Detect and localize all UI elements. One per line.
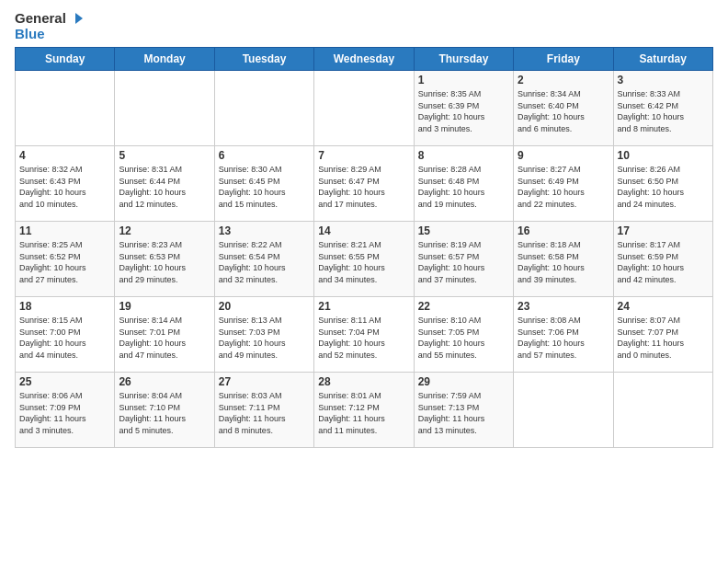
- day-info: Sunrise: 8:26 AM Sunset: 6:50 PM Dayligh…: [618, 164, 709, 210]
- day-cell: 14Sunrise: 8:21 AM Sunset: 6:55 PM Dayli…: [314, 222, 414, 297]
- day-info: Sunrise: 8:08 AM Sunset: 7:06 PM Dayligh…: [518, 315, 609, 361]
- day-cell: 26Sunrise: 8:04 AM Sunset: 7:10 PM Dayli…: [115, 373, 214, 448]
- day-info: Sunrise: 8:25 AM Sunset: 6:52 PM Dayligh…: [19, 239, 110, 285]
- day-info: Sunrise: 8:35 AM Sunset: 6:39 PM Dayligh…: [418, 88, 509, 134]
- day-number: 10: [618, 149, 709, 162]
- day-info: Sunrise: 8:01 AM Sunset: 7:12 PM Dayligh…: [318, 390, 409, 436]
- calendar-table: SundayMondayTuesdayWednesdayThursdayFrid…: [15, 47, 713, 448]
- weekday-header-friday: Friday: [514, 48, 613, 71]
- day-info: Sunrise: 8:15 AM Sunset: 7:00 PM Dayligh…: [19, 315, 110, 361]
- logo: General Blue: [15, 11, 83, 41]
- day-cell: 17Sunrise: 8:17 AM Sunset: 6:59 PM Dayli…: [613, 222, 712, 297]
- day-info: Sunrise: 8:07 AM Sunset: 7:07 PM Dayligh…: [618, 315, 709, 361]
- week-row-2: 4Sunrise: 8:32 AM Sunset: 6:43 PM Daylig…: [16, 146, 713, 222]
- day-cell: 29Sunrise: 7:59 AM Sunset: 7:13 PM Dayli…: [414, 373, 513, 448]
- day-cell: [16, 71, 115, 146]
- weekday-header-tuesday: Tuesday: [214, 48, 313, 71]
- page: General Blue SundayMondayTuesdayWednesda…: [0, 0, 728, 455]
- day-info: Sunrise: 8:19 AM Sunset: 6:57 PM Dayligh…: [418, 239, 509, 285]
- day-number: 8: [418, 149, 509, 162]
- day-info: Sunrise: 8:32 AM Sunset: 6:43 PM Dayligh…: [19, 164, 110, 210]
- day-number: 23: [518, 300, 609, 313]
- logo-container: General Blue: [15, 11, 83, 41]
- day-cell: 12Sunrise: 8:23 AM Sunset: 6:53 PM Dayli…: [115, 222, 214, 297]
- day-number: 17: [618, 224, 709, 237]
- day-info: Sunrise: 8:31 AM Sunset: 6:44 PM Dayligh…: [119, 164, 210, 210]
- day-number: 5: [119, 149, 210, 162]
- day-cell: [514, 373, 613, 448]
- day-number: 3: [618, 74, 709, 86]
- day-cell: 24Sunrise: 8:07 AM Sunset: 7:07 PM Dayli…: [613, 297, 712, 373]
- day-info: Sunrise: 8:28 AM Sunset: 6:48 PM Dayligh…: [418, 164, 509, 210]
- day-info: Sunrise: 8:33 AM Sunset: 6:42 PM Dayligh…: [618, 88, 709, 134]
- day-info: Sunrise: 8:04 AM Sunset: 7:10 PM Dayligh…: [119, 390, 210, 436]
- day-info: Sunrise: 8:29 AM Sunset: 6:47 PM Dayligh…: [318, 164, 409, 210]
- header: General Blue: [15, 11, 713, 41]
- day-cell: 10Sunrise: 8:26 AM Sunset: 6:50 PM Dayli…: [613, 146, 712, 222]
- week-row-1: 1Sunrise: 8:35 AM Sunset: 6:39 PM Daylig…: [16, 71, 713, 146]
- week-row-3: 11Sunrise: 8:25 AM Sunset: 6:52 PM Dayli…: [16, 222, 713, 297]
- day-info: Sunrise: 8:17 AM Sunset: 6:59 PM Dayligh…: [618, 239, 709, 285]
- day-number: 12: [119, 224, 210, 237]
- day-cell: 2Sunrise: 8:34 AM Sunset: 6:40 PM Daylig…: [514, 71, 613, 146]
- day-number: 13: [219, 224, 310, 237]
- day-cell: 6Sunrise: 8:30 AM Sunset: 6:45 PM Daylig…: [214, 146, 313, 222]
- week-row-4: 18Sunrise: 8:15 AM Sunset: 7:00 PM Dayli…: [16, 297, 713, 373]
- calendar-header: SundayMondayTuesdayWednesdayThursdayFrid…: [16, 48, 713, 71]
- weekday-header-monday: Monday: [115, 48, 214, 71]
- logo-bird-icon: [68, 11, 83, 26]
- day-info: Sunrise: 7:59 AM Sunset: 7:13 PM Dayligh…: [418, 390, 509, 436]
- day-info: Sunrise: 8:22 AM Sunset: 6:54 PM Dayligh…: [219, 239, 310, 285]
- day-cell: [115, 71, 214, 146]
- svg-marker-0: [75, 13, 83, 24]
- day-number: 1: [418, 74, 509, 86]
- day-info: Sunrise: 8:13 AM Sunset: 7:03 PM Dayligh…: [219, 315, 310, 361]
- day-cell: 19Sunrise: 8:14 AM Sunset: 7:01 PM Dayli…: [115, 297, 214, 373]
- day-number: 14: [318, 224, 409, 237]
- weekday-row: SundayMondayTuesdayWednesdayThursdayFrid…: [16, 48, 713, 71]
- day-cell: 3Sunrise: 8:33 AM Sunset: 6:42 PM Daylig…: [613, 71, 712, 146]
- day-number: 26: [119, 375, 210, 388]
- day-cell: 28Sunrise: 8:01 AM Sunset: 7:12 PM Dayli…: [314, 373, 414, 448]
- day-cell: 4Sunrise: 8:32 AM Sunset: 6:43 PM Daylig…: [16, 146, 115, 222]
- day-cell: [613, 373, 712, 448]
- day-cell: [314, 71, 414, 146]
- day-info: Sunrise: 8:03 AM Sunset: 7:11 PM Dayligh…: [219, 390, 310, 436]
- day-cell: 9Sunrise: 8:27 AM Sunset: 6:49 PM Daylig…: [514, 146, 613, 222]
- day-info: Sunrise: 8:06 AM Sunset: 7:09 PM Dayligh…: [19, 390, 110, 436]
- day-info: Sunrise: 8:11 AM Sunset: 7:04 PM Dayligh…: [318, 315, 409, 361]
- day-info: Sunrise: 8:21 AM Sunset: 6:55 PM Dayligh…: [318, 239, 409, 285]
- day-cell: 18Sunrise: 8:15 AM Sunset: 7:00 PM Dayli…: [16, 297, 115, 373]
- day-info: Sunrise: 8:23 AM Sunset: 6:53 PM Dayligh…: [119, 239, 210, 285]
- day-info: Sunrise: 8:18 AM Sunset: 6:58 PM Dayligh…: [518, 239, 609, 285]
- day-number: 22: [418, 300, 509, 313]
- day-cell: 7Sunrise: 8:29 AM Sunset: 6:47 PM Daylig…: [314, 146, 414, 222]
- weekday-header-thursday: Thursday: [414, 48, 513, 71]
- day-cell: 1Sunrise: 8:35 AM Sunset: 6:39 PM Daylig…: [414, 71, 513, 146]
- day-number: 24: [618, 300, 709, 313]
- day-cell: 8Sunrise: 8:28 AM Sunset: 6:48 PM Daylig…: [414, 146, 513, 222]
- day-number: 29: [418, 375, 509, 388]
- day-number: 9: [518, 149, 609, 162]
- day-cell: 15Sunrise: 8:19 AM Sunset: 6:57 PM Dayli…: [414, 222, 513, 297]
- day-number: 21: [318, 300, 409, 313]
- day-number: 7: [318, 149, 409, 162]
- day-cell: 16Sunrise: 8:18 AM Sunset: 6:58 PM Dayli…: [514, 222, 613, 297]
- day-number: 11: [19, 224, 110, 237]
- day-number: 4: [19, 149, 110, 162]
- day-cell: 21Sunrise: 8:11 AM Sunset: 7:04 PM Dayli…: [314, 297, 414, 373]
- logo-blue: Blue: [15, 27, 83, 42]
- day-info: Sunrise: 8:14 AM Sunset: 7:01 PM Dayligh…: [119, 315, 210, 361]
- day-info: Sunrise: 8:30 AM Sunset: 6:45 PM Dayligh…: [219, 164, 310, 210]
- day-cell: 20Sunrise: 8:13 AM Sunset: 7:03 PM Dayli…: [214, 297, 313, 373]
- day-cell: 5Sunrise: 8:31 AM Sunset: 6:44 PM Daylig…: [115, 146, 214, 222]
- day-cell: 25Sunrise: 8:06 AM Sunset: 7:09 PM Dayli…: [16, 373, 115, 448]
- day-cell: 22Sunrise: 8:10 AM Sunset: 7:05 PM Dayli…: [414, 297, 513, 373]
- day-cell: 27Sunrise: 8:03 AM Sunset: 7:11 PM Dayli…: [214, 373, 313, 448]
- day-info: Sunrise: 8:10 AM Sunset: 7:05 PM Dayligh…: [418, 315, 509, 361]
- day-number: 28: [318, 375, 409, 388]
- week-row-5: 25Sunrise: 8:06 AM Sunset: 7:09 PM Dayli…: [16, 373, 713, 448]
- calendar-body: 1Sunrise: 8:35 AM Sunset: 6:39 PM Daylig…: [16, 71, 713, 448]
- day-cell: 13Sunrise: 8:22 AM Sunset: 6:54 PM Dayli…: [214, 222, 313, 297]
- weekday-header-saturday: Saturday: [613, 48, 712, 71]
